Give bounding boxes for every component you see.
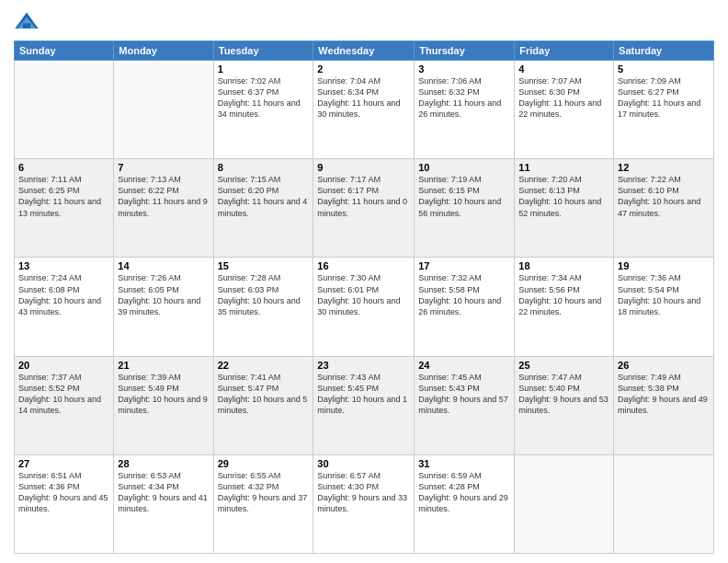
day-info: Sunrise: 7:39 AM Sunset: 5:49 PM Dayligh… xyxy=(118,372,209,417)
day-number: 11 xyxy=(518,162,609,173)
calendar-cell: 19Sunrise: 7:36 AM Sunset: 5:54 PM Dayli… xyxy=(614,258,714,356)
calendar-cell: 14Sunrise: 7:26 AM Sunset: 6:05 PM Dayli… xyxy=(114,258,213,356)
day-info: Sunrise: 7:49 AM Sunset: 5:38 PM Dayligh… xyxy=(618,372,710,417)
day-number: 10 xyxy=(418,162,510,173)
day-number: 31 xyxy=(418,458,510,469)
calendar-cell: 3Sunrise: 7:06 AM Sunset: 6:32 PM Daylig… xyxy=(415,61,515,159)
page: SundayMondayTuesdayWednesdayThursdayFrid… xyxy=(0,0,728,563)
day-info: Sunrise: 7:22 AM Sunset: 6:10 PM Dayligh… xyxy=(618,174,710,219)
day-info: Sunrise: 7:37 AM Sunset: 5:52 PM Dayligh… xyxy=(18,372,109,417)
day-info: Sunrise: 7:32 AM Sunset: 5:58 PM Dayligh… xyxy=(418,272,510,317)
day-number: 25 xyxy=(518,360,609,371)
day-number: 29 xyxy=(218,458,310,469)
calendar-header-row: SundayMondayTuesdayWednesdayThursdayFrid… xyxy=(15,41,714,61)
day-info: Sunrise: 7:11 AM Sunset: 6:25 PM Dayligh… xyxy=(18,174,109,219)
day-header-friday: Friday xyxy=(515,41,614,61)
calendar-cell: 1Sunrise: 7:02 AM Sunset: 6:37 PM Daylig… xyxy=(213,61,313,159)
day-number: 17 xyxy=(418,260,510,271)
calendar-cell xyxy=(515,454,614,553)
logo xyxy=(14,9,43,35)
calendar-cell xyxy=(15,61,114,159)
day-info: Sunrise: 7:19 AM Sunset: 6:15 PM Dayligh… xyxy=(418,174,510,219)
day-header-thursday: Thursday xyxy=(415,41,515,61)
day-header-wednesday: Wednesday xyxy=(313,41,415,61)
day-info: Sunrise: 6:59 AM Sunset: 4:28 PM Dayligh… xyxy=(418,470,510,515)
calendar-cell: 18Sunrise: 7:34 AM Sunset: 5:56 PM Dayli… xyxy=(515,258,614,356)
week-row-3: 13Sunrise: 7:24 AM Sunset: 6:08 PM Dayli… xyxy=(15,258,714,356)
day-info: Sunrise: 7:43 AM Sunset: 5:45 PM Dayligh… xyxy=(317,372,410,417)
calendar-cell: 12Sunrise: 7:22 AM Sunset: 6:10 PM Dayli… xyxy=(614,159,714,258)
day-info: Sunrise: 7:06 AM Sunset: 6:32 PM Dayligh… xyxy=(418,75,510,121)
day-number: 27 xyxy=(18,458,109,469)
day-info: Sunrise: 7:41 AM Sunset: 5:47 PM Dayligh… xyxy=(218,372,310,417)
day-info: Sunrise: 7:30 AM Sunset: 6:01 PM Dayligh… xyxy=(317,272,410,317)
day-number: 24 xyxy=(418,360,510,371)
day-number: 13 xyxy=(18,260,109,271)
day-number: 7 xyxy=(118,162,209,173)
day-number: 30 xyxy=(317,458,410,469)
calendar-cell: 11Sunrise: 7:20 AM Sunset: 6:13 PM Dayli… xyxy=(515,159,614,258)
day-info: Sunrise: 7:20 AM Sunset: 6:13 PM Dayligh… xyxy=(518,174,609,219)
day-number: 12 xyxy=(618,162,710,173)
day-header-tuesday: Tuesday xyxy=(213,41,313,61)
calendar-cell: 22Sunrise: 7:41 AM Sunset: 5:47 PM Dayli… xyxy=(213,356,313,454)
day-number: 18 xyxy=(518,260,609,271)
week-row-1: 1Sunrise: 7:02 AM Sunset: 6:37 PM Daylig… xyxy=(15,61,714,159)
calendar-cell: 7Sunrise: 7:13 AM Sunset: 6:22 PM Daylig… xyxy=(114,159,213,258)
calendar-cell: 2Sunrise: 7:04 AM Sunset: 6:34 PM Daylig… xyxy=(313,61,415,159)
day-info: Sunrise: 7:04 AM Sunset: 6:34 PM Dayligh… xyxy=(317,75,410,121)
day-number: 1 xyxy=(218,63,310,75)
header xyxy=(14,9,714,35)
day-header-monday: Monday xyxy=(114,41,213,61)
calendar-cell: 29Sunrise: 6:55 AM Sunset: 4:32 PM Dayli… xyxy=(213,454,313,553)
calendar-cell: 23Sunrise: 7:43 AM Sunset: 5:45 PM Dayli… xyxy=(313,356,415,454)
day-number: 6 xyxy=(18,162,109,173)
day-info: Sunrise: 7:07 AM Sunset: 6:30 PM Dayligh… xyxy=(518,75,609,121)
calendar-cell: 30Sunrise: 6:57 AM Sunset: 4:30 PM Dayli… xyxy=(313,454,415,553)
day-number: 21 xyxy=(118,360,209,371)
day-info: Sunrise: 6:55 AM Sunset: 4:32 PM Dayligh… xyxy=(218,470,310,515)
svg-rect-2 xyxy=(23,23,30,29)
day-info: Sunrise: 7:24 AM Sunset: 6:08 PM Dayligh… xyxy=(18,272,109,317)
day-number: 16 xyxy=(317,260,410,271)
day-info: Sunrise: 7:02 AM Sunset: 6:37 PM Dayligh… xyxy=(218,75,310,121)
week-row-5: 27Sunrise: 6:51 AM Sunset: 4:36 PM Dayli… xyxy=(15,454,714,553)
day-number: 2 xyxy=(317,63,410,75)
calendar-cell: 16Sunrise: 7:30 AM Sunset: 6:01 PM Dayli… xyxy=(313,258,415,356)
calendar-cell: 8Sunrise: 7:15 AM Sunset: 6:20 PM Daylig… xyxy=(213,159,313,258)
day-number: 26 xyxy=(618,360,710,371)
day-number: 9 xyxy=(317,162,410,173)
day-number: 28 xyxy=(118,458,209,469)
week-row-2: 6Sunrise: 7:11 AM Sunset: 6:25 PM Daylig… xyxy=(15,159,714,258)
logo-icon xyxy=(14,9,40,35)
calendar-cell: 31Sunrise: 6:59 AM Sunset: 4:28 PM Dayli… xyxy=(415,454,515,553)
day-number: 5 xyxy=(618,63,710,75)
day-info: Sunrise: 7:47 AM Sunset: 5:40 PM Dayligh… xyxy=(518,372,609,417)
calendar-cell: 9Sunrise: 7:17 AM Sunset: 6:17 PM Daylig… xyxy=(313,159,415,258)
day-number: 15 xyxy=(218,260,310,271)
day-info: Sunrise: 7:36 AM Sunset: 5:54 PM Dayligh… xyxy=(618,272,710,317)
day-info: Sunrise: 7:26 AM Sunset: 6:05 PM Dayligh… xyxy=(118,272,209,317)
day-header-sunday: Sunday xyxy=(15,41,114,61)
calendar-cell: 4Sunrise: 7:07 AM Sunset: 6:30 PM Daylig… xyxy=(515,61,614,159)
day-info: Sunrise: 6:57 AM Sunset: 4:30 PM Dayligh… xyxy=(317,470,410,515)
calendar-cell: 21Sunrise: 7:39 AM Sunset: 5:49 PM Dayli… xyxy=(114,356,213,454)
calendar-table: SundayMondayTuesdayWednesdayThursdayFrid… xyxy=(14,40,714,554)
day-info: Sunrise: 7:34 AM Sunset: 5:56 PM Dayligh… xyxy=(518,272,609,317)
day-number: 14 xyxy=(118,260,209,271)
calendar-cell: 13Sunrise: 7:24 AM Sunset: 6:08 PM Dayli… xyxy=(15,258,114,356)
day-number: 3 xyxy=(418,63,510,75)
calendar-cell xyxy=(614,454,714,553)
day-number: 19 xyxy=(618,260,710,271)
day-header-saturday: Saturday xyxy=(614,41,714,61)
calendar-cell: 6Sunrise: 7:11 AM Sunset: 6:25 PM Daylig… xyxy=(15,159,114,258)
day-number: 20 xyxy=(18,360,109,371)
calendar-cell: 25Sunrise: 7:47 AM Sunset: 5:40 PM Dayli… xyxy=(515,356,614,454)
day-number: 22 xyxy=(218,360,310,371)
calendar-cell: 24Sunrise: 7:45 AM Sunset: 5:43 PM Dayli… xyxy=(415,356,515,454)
day-number: 23 xyxy=(317,360,410,371)
day-info: Sunrise: 7:17 AM Sunset: 6:17 PM Dayligh… xyxy=(317,174,410,219)
calendar-cell: 15Sunrise: 7:28 AM Sunset: 6:03 PM Dayli… xyxy=(213,258,313,356)
day-info: Sunrise: 6:53 AM Sunset: 4:34 PM Dayligh… xyxy=(118,470,209,515)
day-info: Sunrise: 7:45 AM Sunset: 5:43 PM Dayligh… xyxy=(418,372,510,417)
